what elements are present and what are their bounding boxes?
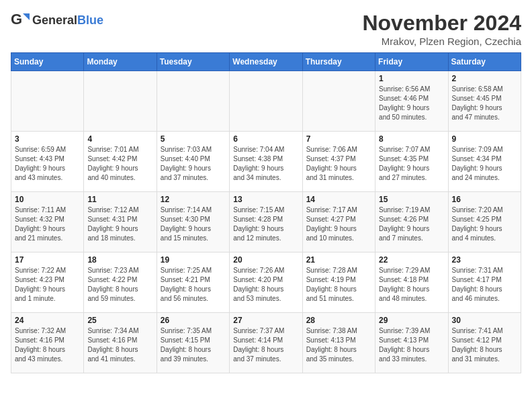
svg-text:G: G (11, 11, 22, 28)
day-info: Sunrise: 7:23 AM Sunset: 4:22 PM Dayligh… (87, 266, 152, 304)
day-number: 24 (15, 316, 80, 325)
calendar-cell: 2Sunrise: 6:58 AM Sunset: 4:45 PM Daylig… (448, 71, 521, 132)
calendar-cell: 15Sunrise: 7:19 AM Sunset: 4:26 PM Dayli… (375, 192, 448, 253)
calendar-cell: 17Sunrise: 7:22 AM Sunset: 4:23 PM Dayli… (11, 253, 84, 313)
day-info: Sunrise: 7:04 AM Sunset: 4:38 PM Dayligh… (233, 145, 298, 183)
header-cell-friday: Friday (375, 53, 448, 71)
calendar-cell: 12Sunrise: 7:14 AM Sunset: 4:30 PM Dayli… (157, 192, 229, 253)
calendar-cell: 19Sunrise: 7:25 AM Sunset: 4:21 PM Dayli… (157, 253, 229, 313)
day-number: 8 (379, 134, 444, 144)
day-info: Sunrise: 7:39 AM Sunset: 4:13 PM Dayligh… (379, 326, 444, 364)
logo: G GeneralBlue (11, 11, 103, 30)
calendar-cell: 25Sunrise: 7:34 AM Sunset: 4:16 PM Dayli… (84, 313, 157, 373)
calendar-cell: 20Sunrise: 7:26 AM Sunset: 4:20 PM Dayli… (230, 253, 302, 313)
title-block: November 2024 Mrakov, Plzen Region, Czec… (362, 11, 521, 47)
day-info: Sunrise: 7:06 AM Sunset: 4:37 PM Dayligh… (306, 145, 371, 183)
day-number: 28 (306, 316, 371, 325)
day-number: 9 (452, 134, 517, 144)
day-info: Sunrise: 7:41 AM Sunset: 4:12 PM Dayligh… (452, 326, 517, 364)
calendar-cell: 5Sunrise: 7:03 AM Sunset: 4:40 PM Daylig… (157, 132, 229, 192)
day-info: Sunrise: 7:14 AM Sunset: 4:30 PM Dayligh… (161, 205, 226, 243)
calendar-cell (84, 71, 157, 132)
day-number: 11 (87, 195, 152, 204)
day-number: 1 (379, 74, 444, 83)
day-number: 15 (379, 195, 444, 204)
calendar-cell (230, 71, 302, 132)
day-info: Sunrise: 7:35 AM Sunset: 4:15 PM Dayligh… (161, 326, 226, 364)
day-number: 2 (452, 74, 517, 83)
day-info: Sunrise: 7:38 AM Sunset: 4:13 PM Dayligh… (306, 326, 371, 364)
calendar-cell: 24Sunrise: 7:32 AM Sunset: 4:16 PM Dayli… (11, 313, 84, 373)
day-info: Sunrise: 7:12 AM Sunset: 4:31 PM Dayligh… (87, 205, 152, 243)
day-info: Sunrise: 7:31 AM Sunset: 4:17 PM Dayligh… (452, 266, 517, 304)
day-info: Sunrise: 7:20 AM Sunset: 4:25 PM Dayligh… (452, 205, 517, 243)
day-info: Sunrise: 7:26 AM Sunset: 4:20 PM Dayligh… (233, 266, 298, 304)
day-number: 25 (87, 316, 152, 325)
logo-icon: G (11, 11, 30, 30)
week-row-4: 24Sunrise: 7:32 AM Sunset: 4:16 PM Dayli… (11, 313, 521, 373)
week-row-3: 17Sunrise: 7:22 AM Sunset: 4:23 PM Dayli… (11, 253, 521, 313)
calendar-body: 1Sunrise: 6:56 AM Sunset: 4:46 PM Daylig… (11, 71, 521, 373)
day-number: 29 (379, 316, 444, 325)
calendar-cell (302, 71, 375, 132)
calendar-table: SundayMondayTuesdayWednesdayThursdayFrid… (11, 52, 521, 373)
day-info: Sunrise: 7:28 AM Sunset: 4:19 PM Dayligh… (306, 266, 371, 304)
calendar-cell: 7Sunrise: 7:06 AM Sunset: 4:37 PM Daylig… (302, 132, 375, 192)
calendar-cell (11, 71, 84, 132)
day-info: Sunrise: 7:09 AM Sunset: 4:34 PM Dayligh… (452, 145, 517, 183)
day-info: Sunrise: 6:59 AM Sunset: 4:43 PM Dayligh… (15, 145, 80, 183)
day-number: 5 (161, 134, 226, 144)
calendar-header: SundayMondayTuesdayWednesdayThursdayFrid… (11, 53, 521, 71)
calendar-cell: 4Sunrise: 7:01 AM Sunset: 4:42 PM Daylig… (84, 132, 157, 192)
day-info: Sunrise: 7:03 AM Sunset: 4:40 PM Dayligh… (161, 145, 226, 183)
day-info: Sunrise: 7:29 AM Sunset: 4:18 PM Dayligh… (379, 266, 444, 304)
day-number: 16 (452, 195, 517, 204)
calendar-cell: 26Sunrise: 7:35 AM Sunset: 4:15 PM Dayli… (157, 313, 229, 373)
day-number: 4 (87, 134, 152, 144)
day-number: 19 (161, 255, 226, 265)
day-number: 3 (15, 134, 80, 144)
calendar-cell: 28Sunrise: 7:38 AM Sunset: 4:13 PM Dayli… (302, 313, 375, 373)
main-title: November 2024 (362, 11, 521, 36)
calendar-cell: 8Sunrise: 7:07 AM Sunset: 4:35 PM Daylig… (375, 132, 448, 192)
calendar-cell: 29Sunrise: 7:39 AM Sunset: 4:13 PM Dayli… (375, 313, 448, 373)
calendar-cell: 10Sunrise: 7:11 AM Sunset: 4:32 PM Dayli… (11, 192, 84, 253)
day-number: 20 (233, 255, 298, 265)
day-info: Sunrise: 7:32 AM Sunset: 4:16 PM Dayligh… (15, 326, 80, 364)
day-number: 26 (161, 316, 226, 325)
day-number: 6 (233, 134, 298, 144)
header-cell-monday: Monday (84, 53, 157, 71)
calendar-cell: 18Sunrise: 7:23 AM Sunset: 4:22 PM Dayli… (84, 253, 157, 313)
day-info: Sunrise: 7:22 AM Sunset: 4:23 PM Dayligh… (15, 266, 80, 304)
calendar-cell: 23Sunrise: 7:31 AM Sunset: 4:17 PM Dayli… (448, 253, 521, 313)
calendar-cell: 22Sunrise: 7:29 AM Sunset: 4:18 PM Dayli… (375, 253, 448, 313)
week-row-1: 3Sunrise: 6:59 AM Sunset: 4:43 PM Daylig… (11, 132, 521, 192)
day-number: 14 (306, 195, 371, 204)
calendar-cell: 9Sunrise: 7:09 AM Sunset: 4:34 PM Daylig… (448, 132, 521, 192)
day-number: 18 (87, 255, 152, 265)
header-row: SundayMondayTuesdayWednesdayThursdayFrid… (11, 53, 521, 71)
day-info: Sunrise: 7:17 AM Sunset: 4:27 PM Dayligh… (306, 205, 371, 243)
calendar-cell: 11Sunrise: 7:12 AM Sunset: 4:31 PM Dayli… (84, 192, 157, 253)
week-row-2: 10Sunrise: 7:11 AM Sunset: 4:32 PM Dayli… (11, 192, 521, 253)
day-number: 17 (15, 255, 80, 265)
calendar-cell: 21Sunrise: 7:28 AM Sunset: 4:19 PM Dayli… (302, 253, 375, 313)
calendar-cell: 14Sunrise: 7:17 AM Sunset: 4:27 PM Dayli… (302, 192, 375, 253)
header-cell-thursday: Thursday (302, 53, 375, 71)
calendar-cell: 16Sunrise: 7:20 AM Sunset: 4:25 PM Dayli… (448, 192, 521, 253)
calendar-cell: 1Sunrise: 6:56 AM Sunset: 4:46 PM Daylig… (375, 71, 448, 132)
day-number: 13 (233, 195, 298, 204)
logo-text-blue: Blue (77, 13, 103, 27)
header-cell-saturday: Saturday (448, 53, 521, 71)
calendar-cell: 30Sunrise: 7:41 AM Sunset: 4:12 PM Dayli… (448, 313, 521, 373)
subtitle: Mrakov, Plzen Region, Czechia (362, 36, 521, 47)
day-info: Sunrise: 7:34 AM Sunset: 4:16 PM Dayligh… (87, 326, 152, 364)
calendar-cell: 27Sunrise: 7:37 AM Sunset: 4:14 PM Dayli… (230, 313, 302, 373)
day-number: 23 (452, 255, 517, 265)
day-info: Sunrise: 7:19 AM Sunset: 4:26 PM Dayligh… (379, 205, 444, 243)
day-info: Sunrise: 7:25 AM Sunset: 4:21 PM Dayligh… (161, 266, 226, 304)
day-number: 30 (452, 316, 517, 325)
day-number: 7 (306, 134, 371, 144)
day-info: Sunrise: 7:07 AM Sunset: 4:35 PM Dayligh… (379, 145, 444, 183)
day-number: 12 (161, 195, 226, 204)
